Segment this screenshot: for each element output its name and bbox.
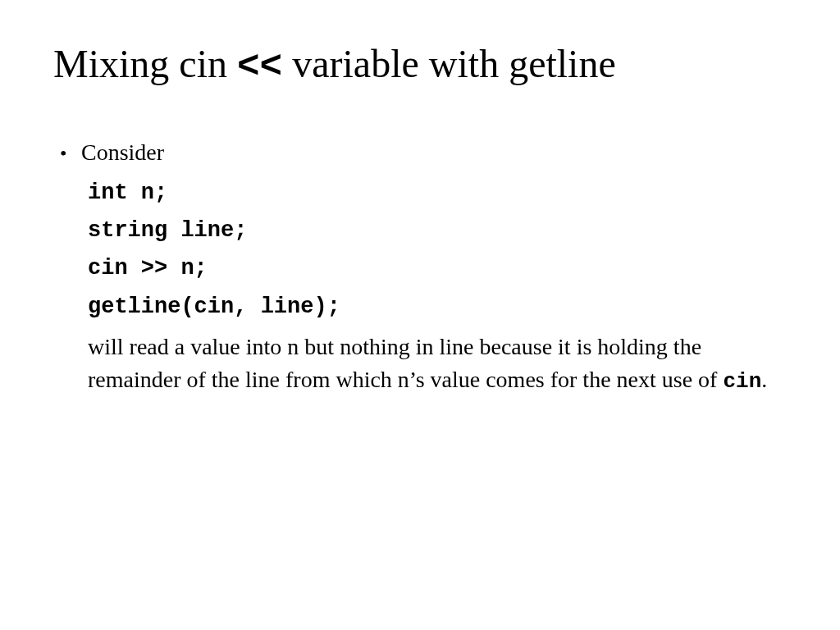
- slide-body: • Consider int n; string line; cin >> n;…: [53, 136, 787, 397]
- code-line-4: getline(cin, line);: [88, 291, 787, 322]
- slide-title: Mixing cin << variable with getline: [53, 41, 787, 89]
- explanation-text-2: .: [761, 367, 767, 392]
- bullet-item: • Consider: [53, 136, 787, 169]
- bullet-marker: •: [53, 139, 81, 167]
- bullet-text: Consider: [81, 136, 787, 169]
- title-pre: Mixing cin: [53, 42, 237, 85]
- code-line-1: int n;: [88, 177, 787, 208]
- code-line-3: cin >> n;: [88, 253, 787, 284]
- explanation-paragraph: will read a value into n but nothing in …: [88, 331, 787, 397]
- explanation-text-1: will read a value into n but nothing in …: [88, 334, 723, 392]
- explanation-code-word: cin: [723, 369, 761, 394]
- title-post: variable with getline: [282, 42, 616, 85]
- title-operator: <<: [237, 46, 282, 89]
- code-line-2: string line;: [88, 215, 787, 246]
